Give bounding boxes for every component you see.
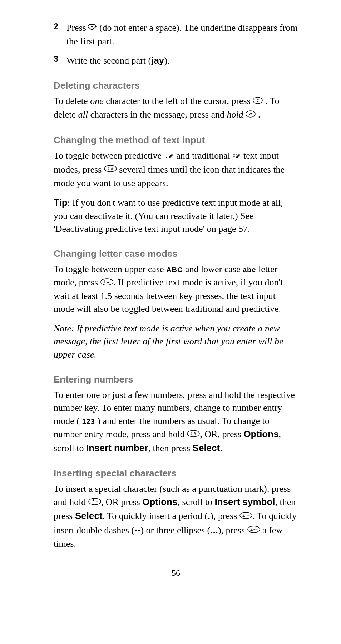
- text: .: [256, 109, 260, 120]
- abc-lower-icon: abc: [243, 266, 256, 274]
- italic-text: all: [78, 109, 88, 120]
- text: Press: [66, 23, 88, 33]
- options-label: Options: [142, 496, 177, 507]
- tip-label: Tip: [54, 197, 68, 208]
- text: To toggle between upper case: [54, 264, 166, 274]
- italic-text: one: [90, 96, 104, 106]
- insert-symbol-label: Insert symbol: [215, 496, 275, 507]
- select-label: Select: [193, 443, 220, 453]
- step-body: Write the second part (jay).: [66, 54, 170, 67]
- abc-upper-icon: ABC: [166, 266, 183, 274]
- text: : If you don't want to use predictive te…: [54, 198, 283, 234]
- paragraph: Tip: If you don't want to use predictive…: [54, 196, 298, 235]
- text: characters in the message, press and: [88, 109, 227, 120]
- options-label: Options: [243, 429, 278, 439]
- text: , then press: [148, 443, 192, 453]
- step-number: 3: [54, 54, 66, 67]
- step-3: 3 Write the second part (jay).: [54, 54, 298, 67]
- paragraph: To delete one character to the left of t…: [54, 95, 298, 122]
- note-paragraph: Note: If predictive text mode is active …: [54, 322, 298, 361]
- step-number: 2: [54, 21, 66, 48]
- text: ), press: [210, 511, 239, 521]
- step-body: Press (do not enter a space). The underl…: [66, 21, 298, 48]
- star-key-icon: [88, 496, 101, 509]
- document-page: 2 Press (do not enter a space). The unde…: [0, 0, 341, 592]
- one-key-icon: [247, 524, 260, 536]
- hash-key-icon: [187, 428, 200, 441]
- section-header-case: Changing letter case modes: [54, 248, 298, 259]
- number-mode-icon: 123: [82, 418, 95, 425]
- text: To toggle between predictive: [54, 150, 164, 161]
- text: and lower case: [183, 264, 242, 274]
- dashes-char: --: [134, 525, 140, 535]
- step-2: 2 Press (do not enter a space). The unde…: [54, 21, 298, 48]
- c-key-icon: [246, 108, 256, 121]
- text: .: [220, 443, 222, 453]
- hash-key-icon: [100, 276, 113, 289]
- section-header-numbers: Entering numbers: [54, 374, 298, 385]
- section-header-method: Changing the method of text input: [54, 135, 298, 146]
- italic-text: hold: [227, 109, 243, 120]
- bold-text: jay: [151, 55, 164, 66]
- text: To delete: [54, 96, 90, 106]
- ellipsis-char: ...: [210, 525, 218, 535]
- traditional-icon: [233, 149, 241, 162]
- section-header-special: Inserting special characters: [54, 468, 298, 479]
- text: Write the second part (: [66, 55, 151, 66]
- paragraph: To enter one or just a few numbers, pres…: [54, 389, 298, 455]
- paragraph: To insert a special character (such as a…: [54, 483, 298, 550]
- section-header-deleting: Deleting characters: [54, 80, 298, 91]
- hash-key-icon: [104, 163, 117, 176]
- text: character to the left of the cursor, pre…: [104, 96, 253, 106]
- text: , OR, press: [200, 429, 243, 439]
- text: , scroll to: [178, 497, 215, 507]
- text: ) or three ellipses (: [140, 525, 210, 535]
- c-key-icon: [253, 95, 263, 108]
- text: . To quickly insert a period (: [103, 511, 208, 521]
- one-key-icon: [239, 510, 252, 523]
- text: ), press: [218, 525, 247, 535]
- paragraph: To toggle between predictive and traditi…: [54, 149, 298, 190]
- select-label: Select: [75, 510, 103, 521]
- paragraph: To toggle between upper case ABC and low…: [54, 263, 298, 315]
- insert-number-label: Insert number: [86, 443, 148, 453]
- text: , OR press: [101, 497, 143, 507]
- down-scroll-icon: [88, 21, 97, 34]
- text: and traditional: [174, 150, 233, 161]
- page-number: 56: [54, 568, 298, 578]
- text: (do not enter a space). The underline di…: [66, 23, 298, 46]
- predictive-icon: [164, 149, 174, 162]
- text: ).: [164, 55, 169, 66]
